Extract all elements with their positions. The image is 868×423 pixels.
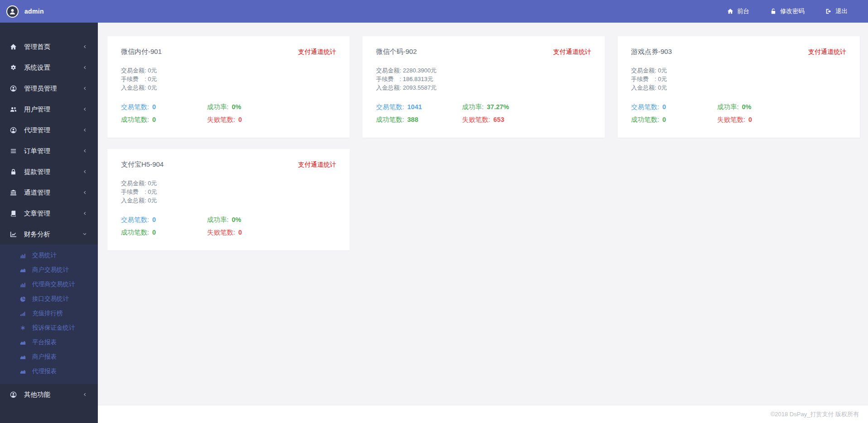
sidebar-item-label: 订单管理 <box>24 147 50 155</box>
area-chart-icon <box>20 340 28 346</box>
chevron-left-icon <box>82 44 87 49</box>
bank-icon <box>10 189 18 196</box>
card-amounts: 交易金额: 2280.3900元 手续费 : 186.8313元 入金总额: 2… <box>376 66 591 92</box>
nav-logout[interactable]: 退出 <box>825 7 848 15</box>
submenu-item-agent-report[interactable]: 代理报表 <box>0 364 98 379</box>
submenu-item-interface-transaction-stats[interactable]: 接口交易统计 <box>0 292 98 306</box>
amount-row: 手续费 : 0元 <box>121 75 336 83</box>
sign-out-icon <box>825 8 832 14</box>
card-stats: 交易笔数:1041 成功率:37.27% 成功笔数:388 失败笔数:653 <box>376 103 591 124</box>
nav-frontend[interactable]: 前台 <box>727 7 749 15</box>
stat-fail-count: 失败笔数:0 <box>717 115 846 124</box>
stat-transaction-count: 交易笔数:0 <box>121 103 207 111</box>
chart-line-icon <box>10 231 18 238</box>
avatar[interactable] <box>6 5 19 18</box>
amount-row: 交易金额: 0元 <box>121 66 336 75</box>
submenu-item-label: 投诉保证金统计 <box>32 324 75 332</box>
list-icon <box>10 148 18 154</box>
area-chart-icon <box>20 354 28 360</box>
submenu-item-platform-report[interactable]: 平台报表 <box>0 335 98 350</box>
submenu-item-label: 代理商交易统计 <box>32 280 75 288</box>
user-circle-icon <box>10 391 18 398</box>
amount-row: 交易金额: 2280.3900元 <box>376 66 591 75</box>
sidebar-item-other-functions[interactable]: 其他功能 <box>0 384 98 405</box>
area-chart-icon <box>20 267 28 273</box>
cogs-icon <box>10 64 18 71</box>
pie-chart-icon <box>20 296 28 302</box>
submenu-item-transaction-stats[interactable]: 交易统计 <box>0 248 98 263</box>
chevron-left-icon <box>82 149 87 153</box>
topbar-user: admin <box>6 5 44 18</box>
sidebar-item-label: 管理员管理 <box>24 84 57 93</box>
sidebar-item-agent-management[interactable]: 代理管理 <box>0 120 98 140</box>
sidebar-item-financial-analysis[interactable]: 财务分析 <box>0 224 98 245</box>
channel-card-902: 微信个码-902 支付通道统计 交易金额: 2280.3900元 手续费 : 1… <box>362 36 605 138</box>
chevron-left-icon <box>82 169 87 174</box>
payment-channel-stats-link[interactable]: 支付通道统计 <box>298 48 336 56</box>
sidebar-item-label: 提款管理 <box>24 168 50 176</box>
topbar-nav: 前台 修改密码 退出 <box>727 7 848 15</box>
stat-success-rate: 成功率:37.27% <box>462 103 591 111</box>
area-chart-icon <box>20 369 28 375</box>
financial-analysis-submenu: 交易统计 商户交易统计 代理商交易统计 接口交易统计 充值排行榜 投诉保证金统计 <box>0 245 98 384</box>
card-title: 微信个码-902 <box>376 48 417 56</box>
stat-success-rate: 成功率:0% <box>207 216 336 224</box>
nav-change-password[interactable]: 修改密码 <box>770 7 805 15</box>
payment-channel-stats-link[interactable]: 支付通道统计 <box>808 48 846 56</box>
sidebar-item-admin-management[interactable]: 管理员管理 <box>0 78 98 99</box>
submenu-item-label: 接口交易统计 <box>32 295 69 303</box>
stat-success-rate: 成功率:0% <box>717 103 846 111</box>
sidebar-item-user-management[interactable]: 用户管理 <box>0 99 98 120</box>
sidebar-item-article-management[interactable]: 文章管理 <box>0 203 98 224</box>
nav-logout-label: 退出 <box>835 7 848 15</box>
amount-row: 交易金额: 0元 <box>631 66 846 75</box>
stat-transaction-count: 交易笔数:1041 <box>376 103 462 111</box>
sidebar-item-label: 代理管理 <box>24 126 50 135</box>
chevron-left-icon <box>82 65 87 70</box>
sidebar-item-label: 通道管理 <box>24 188 50 197</box>
main-content: 微信内付-901 支付通道统计 交易金额: 0元 手续费 : 0元 入金总额: … <box>98 23 868 405</box>
card-amounts: 交易金额: 0元 手续费 : 0元 入金总额: 0元 <box>121 66 336 92</box>
submenu-item-merchant-transaction-stats[interactable]: 商户交易统计 <box>0 263 98 277</box>
sidebar: 管理首页 系统设置 管理员管理 用户管理 代理管理 订单管理 <box>0 23 98 423</box>
submenu-item-agent-transaction-stats[interactable]: 代理商交易统计 <box>0 277 98 292</box>
nav-change-password-label: 修改密码 <box>780 7 805 15</box>
sidebar-item-system-settings[interactable]: 系统设置 <box>0 57 98 78</box>
chevron-left-icon <box>82 190 87 195</box>
submenu-item-merchant-report[interactable]: 商户报表 <box>0 350 98 364</box>
signal-icon <box>20 311 28 317</box>
stat-success-rate: 成功率:0% <box>207 103 336 111</box>
card-amounts: 交易金额: 0元 手续费 : 0元 入金总额: 0元 <box>121 179 336 205</box>
sidebar-item-order-management[interactable]: 订单管理 <box>0 140 98 161</box>
card-title: 游戏点券-903 <box>631 48 672 56</box>
stat-success-count: 成功笔数:0 <box>121 228 207 237</box>
sidebar-item-admin-home[interactable]: 管理首页 <box>0 36 98 57</box>
payment-channel-stats-link[interactable]: 支付通道统计 <box>553 48 591 56</box>
sidebar-item-withdrawal-management[interactable]: 提款管理 <box>0 161 98 182</box>
footer: ©2018 DsPay_打赏支付 版权所有 <box>98 405 868 423</box>
card-stats: 交易笔数:0 成功率:0% 成功笔数:0 失败笔数:0 <box>121 103 336 124</box>
card-title: 支付宝H5-904 <box>121 160 164 169</box>
channel-card-903: 游戏点券-903 支付通道统计 交易金额: 0元 手续费 : 0元 入金总额: … <box>617 36 860 138</box>
payment-channel-stats-link[interactable]: 支付通道统计 <box>298 161 336 169</box>
submenu-item-label: 交易统计 <box>32 251 57 260</box>
chevron-left-icon <box>82 128 87 132</box>
chevron-left-icon <box>82 211 87 216</box>
topbar: admin 前台 修改密码 退出 <box>0 0 868 23</box>
username-label: admin <box>24 8 44 15</box>
nav-frontend-label: 前台 <box>737 7 749 15</box>
channel-card-904: 支付宝H5-904 支付通道统计 交易金额: 0元 手续费 : 0元 入金总额:… <box>107 149 350 250</box>
submenu-item-label: 充值排行榜 <box>32 309 63 317</box>
users-icon <box>10 106 18 113</box>
amount-row: 入金总额: 0元 <box>631 83 846 92</box>
stat-transaction-count: 交易笔数:0 <box>631 103 717 111</box>
amount-row: 手续费 : 0元 <box>631 75 846 83</box>
submenu-item-recharge-ranking[interactable]: 充值排行榜 <box>0 306 98 321</box>
submenu-item-label: 代理报表 <box>32 367 57 375</box>
admin-dashboard: admin 前台 修改密码 退出 管理首页 系统设置 管理员管理 用户管理 <box>0 0 868 423</box>
submenu-item-complaint-deposit-stats[interactable]: 投诉保证金统计 <box>0 321 98 335</box>
card-title: 微信内付-901 <box>121 48 162 56</box>
sidebar-item-channel-management[interactable]: 通道管理 <box>0 182 98 203</box>
card-stats: 交易笔数:0 成功率:0% 成功笔数:0 失败笔数:0 <box>121 216 336 237</box>
card-amounts: 交易金额: 0元 手续费 : 0元 入金总额: 0元 <box>631 66 846 92</box>
